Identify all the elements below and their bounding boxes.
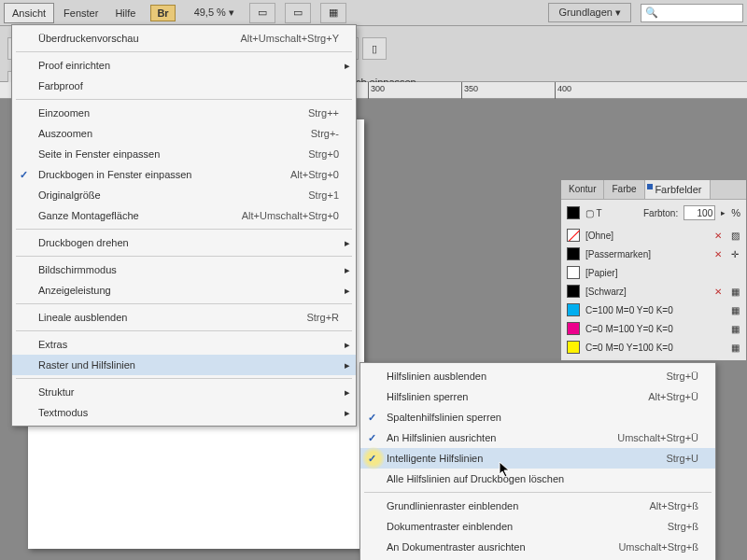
menu-item[interactable]: An Dokumentraster ausrichtenUmschalt+Str…	[360, 537, 715, 557]
menu-hilfe[interactable]: Hilfe	[107, 4, 143, 22]
menu-item[interactable]: Raster und Hilfslinien▸	[12, 355, 356, 375]
menu-item[interactable]: ÜberdruckenvorschauAlt+Umschalt+Strg+Y	[12, 28, 356, 49]
menu-ansicht[interactable]: Ansicht	[4, 3, 54, 23]
zoom-level[interactable]: 49,5 % ▾	[189, 4, 240, 21]
menu-item[interactable]: Anzeigeleistung▸	[12, 280, 356, 301]
view-options-icon[interactable]: ▦	[320, 3, 346, 23]
menu-item[interactable]: Alle Hilfslinien auf Druckbogen löschen	[360, 469, 715, 489]
menu-item[interactable]: EinzoomenStrg++	[12, 103, 356, 123]
tab-farbfelder[interactable]: Farbfelder	[645, 180, 711, 199]
swatch-row[interactable]: [Schwarz]✕▦	[561, 282, 746, 301]
menu-item[interactable]: Hilfslinien ausblendenStrg+Ü	[360, 366, 715, 386]
menu-item[interactable]: Seite in Fenster einpassenStrg+0	[12, 144, 356, 164]
view-menu: ÜberdruckenvorschauAlt+Umschalt+Strg+YPr…	[11, 24, 357, 427]
search-icon: 🔍	[645, 7, 658, 19]
fill-stroke-icon[interactable]	[567, 206, 580, 219]
tint-arrow-icon[interactable]: ▸	[721, 208, 726, 217]
menu-item[interactable]: Farbproof	[12, 76, 356, 96]
menu-item[interactable]: Bildschirmmodus▸	[12, 259, 356, 280]
tab-kontur[interactable]: Kontur	[561, 180, 604, 199]
menu-item[interactable]: Grundlinienraster einblendenAlt+Strg+ß	[360, 496, 715, 516]
grids-guides-submenu: Hilfslinien ausblendenStrg+ÜHilfslinien …	[359, 362, 716, 560]
menu-item[interactable]: ✓Druckbogen in Fenster einpassenAlt+Strg…	[12, 164, 356, 185]
screen-mode-icon[interactable]: ▭	[249, 3, 275, 23]
tint-label: Farbton:	[643, 208, 678, 218]
bridge-button[interactable]: Br	[150, 5, 175, 21]
menu-item[interactable]: Dokumentraster einblendenStrg+ß	[360, 516, 715, 537]
fit-4-icon[interactable]: ▯	[362, 37, 387, 60]
swatch-row[interactable]: [Papier]	[561, 263, 746, 282]
swatches-panel: Kontur Farbe Farbfelder ▢ T Farbton: ▸ %…	[560, 179, 747, 361]
search-input[interactable]: 🔍	[641, 4, 743, 22]
tint-input[interactable]	[684, 205, 715, 220]
menu-item[interactable]: Proof einrichten▸	[12, 55, 356, 76]
menu-item[interactable]: ✓Spaltenhilfslinien sperren	[360, 407, 715, 427]
menu-fenster[interactable]: Fenster	[56, 4, 106, 22]
swatch-row[interactable]: C=0 M=0 Y=100 K=0▦	[561, 338, 746, 357]
menu-item[interactable]: AuszoomenStrg+-	[12, 123, 356, 144]
menu-item[interactable]: Lineale ausblendenStrg+R	[12, 307, 356, 328]
swatch-row[interactable]: [Ohne]✕▨	[561, 226, 746, 245]
swatch-row[interactable]: C=100 M=0 Y=0 K=0▦	[561, 301, 746, 319]
menu-item[interactable]: Hilfslinien sperrenAlt+Strg+Ü	[360, 386, 715, 407]
swatch-row[interactable]: C=0 M=100 Y=0 K=0▦	[561, 319, 746, 338]
tab-farbe[interactable]: Farbe	[604, 180, 644, 199]
menu-item[interactable]: OriginalgrößeStrg+1	[12, 185, 356, 205]
menubar: Ansicht Fenster Hilfe Br 49,5 % ▾ ▭ ▭ ▦ …	[0, 0, 747, 26]
menu-item[interactable]: ✓An Hilfslinien ausrichtenUmschalt+Strg+…	[360, 427, 715, 448]
menu-item[interactable]: Struktur▸	[12, 382, 356, 402]
menu-item[interactable]: Druckbogen drehen▸	[12, 232, 356, 253]
arrange-icon[interactable]: ▭	[285, 3, 311, 23]
menu-item[interactable]: Textmodus▸	[12, 402, 356, 423]
menu-item[interactable]: Extras▸	[12, 334, 356, 355]
swatch-row[interactable]: [Passermarken]✕✛	[561, 245, 746, 263]
workspace-switcher[interactable]: Grundlagen ▾	[548, 3, 631, 22]
menu-item[interactable]: ✓Intelligente HilfslinienStrg+U	[360, 448, 715, 469]
mouse-cursor	[499, 461, 512, 478]
menu-item[interactable]: Ganze MontageflächeAlt+Umschalt+Strg+0	[12, 205, 356, 226]
